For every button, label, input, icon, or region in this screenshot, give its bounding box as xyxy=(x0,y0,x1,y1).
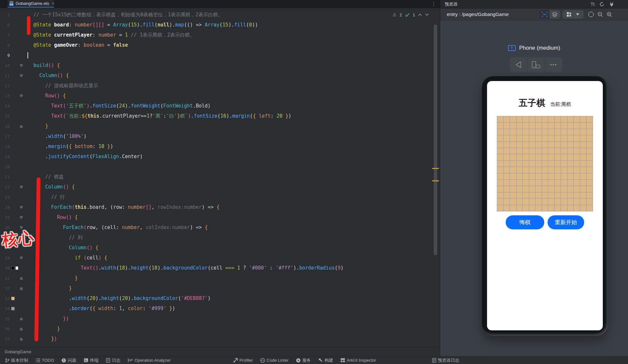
board-cell[interactable] xyxy=(497,186,503,192)
board-cell[interactable] xyxy=(535,135,542,141)
board-cell[interactable] xyxy=(510,186,516,192)
code-line[interactable]: 24 ForEach(this.board, (row: number[], r… xyxy=(0,202,440,212)
board-cell[interactable] xyxy=(567,192,574,198)
board-cell[interactable] xyxy=(567,154,574,160)
board-cell[interactable] xyxy=(567,116,574,122)
board-cell[interactable] xyxy=(548,180,554,186)
board-cell[interactable] xyxy=(561,192,567,198)
board-cell[interactable] xyxy=(574,148,580,154)
board-cell[interactable] xyxy=(548,135,554,141)
back-button[interactable] xyxy=(510,57,528,72)
board-cell[interactable] xyxy=(497,161,503,167)
toolbar-item-operation-analyzer[interactable]: Operation Analyzer xyxy=(128,358,171,363)
toolbar-item-version-control[interactable]: 版本控制 xyxy=(5,357,28,363)
board-cell[interactable] xyxy=(497,142,503,148)
board-cell[interactable] xyxy=(555,142,561,148)
board-cell[interactable] xyxy=(586,148,593,154)
board-cell[interactable] xyxy=(586,161,593,167)
board-cell[interactable] xyxy=(516,180,523,186)
board-cell[interactable] xyxy=(580,148,586,154)
board-cell[interactable] xyxy=(504,167,510,173)
board-cell[interactable] xyxy=(516,199,523,205)
board-cell[interactable] xyxy=(580,142,586,148)
board-cell[interactable] xyxy=(580,116,586,122)
board-cell[interactable] xyxy=(516,116,523,122)
board-cell[interactable] xyxy=(586,123,593,128)
board-cell[interactable] xyxy=(510,148,516,154)
board-cell[interactable] xyxy=(535,174,542,179)
board-cell[interactable] xyxy=(535,192,542,198)
board-cell[interactable] xyxy=(516,192,523,198)
board-cell[interactable] xyxy=(542,148,548,154)
board-cell[interactable] xyxy=(523,129,529,135)
board-cell[interactable] xyxy=(586,174,593,179)
board-cell[interactable] xyxy=(504,135,510,141)
zoom-in-button[interactable] xyxy=(605,10,614,19)
fold-marker[interactable] xyxy=(18,94,24,98)
board-cell[interactable] xyxy=(516,129,523,135)
board-cell[interactable] xyxy=(548,192,554,198)
fold-marker[interactable] xyxy=(18,64,24,67)
board-cell[interactable] xyxy=(542,161,548,167)
board-cell[interactable] xyxy=(561,199,567,205)
board-cell[interactable] xyxy=(504,142,510,148)
board-cell[interactable] xyxy=(586,129,593,135)
board-cell[interactable] xyxy=(542,205,548,211)
board-cell[interactable] xyxy=(555,148,561,154)
board-cell[interactable] xyxy=(548,154,554,160)
fold-marker[interactable] xyxy=(18,216,24,219)
tab-gobanggame-ets[interactable]: ETS GobangGame.ets × xyxy=(8,0,54,8)
toolbar-item-build[interactable]: 构建 xyxy=(318,357,333,363)
board-cell[interactable] xyxy=(567,167,574,173)
board-cell[interactable] xyxy=(548,186,554,192)
board-cell[interactable] xyxy=(504,148,510,154)
code-line[interactable]: 25 Row() { xyxy=(0,212,440,223)
board-cell[interactable] xyxy=(504,154,510,160)
board-cell[interactable] xyxy=(586,199,593,205)
board-cell[interactable] xyxy=(548,199,554,205)
board-cell[interactable] xyxy=(542,142,548,148)
board-cell[interactable] xyxy=(516,142,523,148)
board-cell[interactable] xyxy=(535,161,542,167)
board-cell[interactable] xyxy=(516,186,523,192)
board-cell[interactable] xyxy=(510,192,516,198)
board-cell[interactable] xyxy=(580,180,586,186)
board-cell[interactable] xyxy=(555,205,561,211)
board-cell[interactable] xyxy=(504,174,510,179)
board-cell[interactable] xyxy=(555,154,561,160)
plug-icon[interactable] xyxy=(609,2,614,7)
board-cell[interactable] xyxy=(586,142,593,148)
board-cell[interactable] xyxy=(561,148,567,154)
code-line[interactable]: 36 } xyxy=(0,324,440,334)
board-cell[interactable] xyxy=(535,180,542,186)
board-cell[interactable] xyxy=(523,116,529,122)
board-cell[interactable] xyxy=(580,174,586,179)
toolbar-item-log[interactable]: 日志 xyxy=(106,357,120,363)
board-cell[interactable] xyxy=(504,161,510,167)
board-cell[interactable] xyxy=(523,135,529,141)
board-cell[interactable] xyxy=(555,116,561,122)
board-cell[interactable] xyxy=(574,174,580,179)
board-cell[interactable] xyxy=(586,180,593,186)
board-cell[interactable] xyxy=(529,129,535,135)
zoom-out-button[interactable] xyxy=(596,10,604,19)
code-line[interactable]: 23 // 行 xyxy=(0,192,440,202)
board-cell[interactable] xyxy=(529,174,535,179)
board-cell[interactable] xyxy=(510,116,516,122)
board-cell[interactable] xyxy=(567,129,574,135)
fold-marker[interactable] xyxy=(18,287,24,290)
board-cell[interactable] xyxy=(497,129,503,135)
board-cell[interactable] xyxy=(555,192,561,198)
code-line[interactable]: 31 } xyxy=(0,273,440,283)
toolbar-item-todo[interactable]: TODO xyxy=(36,358,54,363)
color-swatch[interactable] xyxy=(11,307,15,310)
board-cell[interactable] xyxy=(580,161,586,167)
color-swatch[interactable] xyxy=(11,297,15,300)
board-cell[interactable] xyxy=(574,135,580,141)
toolbar-item-terminal[interactable]: 终端 xyxy=(84,357,98,363)
board-cell[interactable] xyxy=(548,116,554,122)
color-swatch[interactable] xyxy=(11,266,14,270)
board-cell[interactable] xyxy=(542,174,548,179)
board-cell[interactable] xyxy=(542,123,548,128)
board-cell[interactable] xyxy=(510,174,516,179)
